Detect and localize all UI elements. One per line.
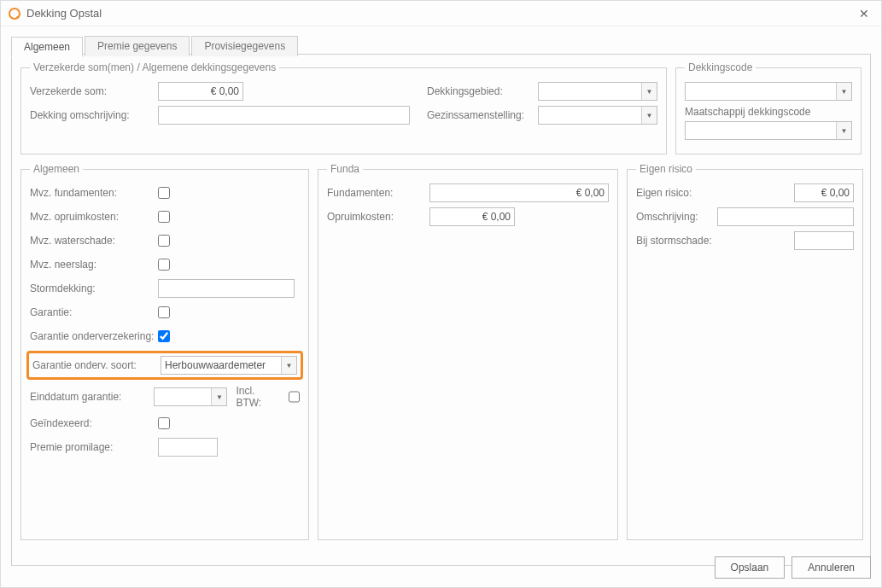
label-incl-btw: Incl. BTW: bbox=[236, 385, 281, 409]
dialog-dekking-opstal: Dekking Opstal ✕ Algemeen Premie gegeven… bbox=[0, 0, 882, 588]
input-premie-promilage[interactable] bbox=[158, 438, 218, 457]
chevron-down-icon[interactable]: ▼ bbox=[641, 107, 657, 124]
label-stormdekking: Stormdekking: bbox=[30, 282, 158, 294]
label-garantie-onderv-soort: Garantie onderv. soort: bbox=[32, 359, 161, 371]
label-garantie-onderverzekering: Garantie onderverzekering: bbox=[30, 330, 158, 342]
tab-strip: Algemeen Premie gegevens Provisiegegeven… bbox=[11, 36, 300, 56]
label-opruimkosten: Opruimkosten: bbox=[327, 211, 429, 223]
label-dekkingsgebied: Dekkingsgebied: bbox=[427, 85, 538, 97]
legend-dekkingscode: Dekkingscode bbox=[685, 61, 756, 73]
checkbox-mvz-neerslag[interactable] bbox=[158, 259, 170, 271]
label-er-omschrijving: Omschrijving: bbox=[636, 211, 717, 223]
chevron-down-icon[interactable]: ▼ bbox=[641, 83, 657, 100]
titlebar: Dekking Opstal ✕ bbox=[1, 1, 881, 26]
content-area: Algemeen Premie gegevens Provisiegegeven… bbox=[1, 26, 881, 574]
label-eigen-risico: Eigen risico: bbox=[636, 187, 717, 199]
label-einddatum-garantie: Einddatum garantie: bbox=[30, 391, 154, 403]
input-bij-stormschade[interactable] bbox=[794, 231, 854, 250]
svg-point-1 bbox=[17, 15, 20, 18]
input-dekking-omschrijving[interactable] bbox=[158, 106, 410, 125]
group-eigen-risico: Eigen risico Eigen risico: Omschrijving:… bbox=[627, 163, 863, 540]
app-icon bbox=[8, 7, 21, 20]
group-dekkingscode: Dekkingscode ▼ Maatschappij dekkingscode… bbox=[675, 61, 862, 154]
select-gezinssamenstelling[interactable] bbox=[538, 106, 657, 125]
legend-funda: Funda bbox=[327, 163, 363, 175]
close-icon[interactable]: ✕ bbox=[854, 3, 874, 24]
checkbox-garantie-onderverzekering[interactable] bbox=[158, 330, 170, 342]
highlight-garantie-soort: Garantie onderv. soort: ▼ bbox=[26, 351, 303, 380]
chevron-down-icon[interactable]: ▼ bbox=[281, 357, 296, 374]
checkbox-geindexeerd[interactable] bbox=[158, 417, 170, 429]
label-mvz-fundamenten: Mvz. fundamenten: bbox=[30, 187, 158, 199]
group-funda: Funda Fundamenten: Opruimkosten: bbox=[318, 163, 618, 540]
checkbox-incl-btw[interactable] bbox=[289, 391, 301, 403]
window-title: Dekking Opstal bbox=[26, 7, 102, 20]
tab-premie-gegevens[interactable]: Premie gegevens bbox=[85, 36, 190, 56]
tab-panel: Algemeen Premie gegevens Provisiegegeven… bbox=[11, 54, 871, 566]
tab-algemeen[interactable]: Algemeen bbox=[11, 37, 83, 57]
select-dekkingscode[interactable] bbox=[685, 82, 852, 101]
group-algemeen: Algemeen Mvz. fundamenten: Mvz. opruimko… bbox=[20, 163, 309, 540]
label-maatschappij-dekkingscode: Maatschappij dekkingscode bbox=[685, 106, 852, 118]
checkbox-garantie[interactable] bbox=[158, 306, 170, 318]
checkbox-mvz-waterschade[interactable] bbox=[158, 235, 170, 247]
cancel-button[interactable]: Annuleren bbox=[791, 556, 871, 579]
label-fundamenten: Fundamenten: bbox=[327, 187, 429, 199]
input-eigen-risico[interactable] bbox=[794, 183, 854, 202]
label-mvz-waterschade: Mvz. waterschade: bbox=[30, 235, 158, 247]
dialog-footer: Opslaan Annuleren bbox=[715, 556, 871, 579]
chevron-down-icon[interactable]: ▼ bbox=[211, 388, 226, 405]
input-verzekerde-som[interactable] bbox=[158, 82, 243, 101]
input-opruimkosten[interactable] bbox=[429, 207, 515, 226]
legend-algemeen: Algemeen bbox=[30, 163, 83, 175]
select-dekkingsgebied[interactable] bbox=[538, 82, 657, 101]
checkbox-mvz-opruimkosten[interactable] bbox=[158, 211, 170, 223]
label-bij-stormschade: Bij stormschade: bbox=[636, 235, 717, 247]
chevron-down-icon[interactable]: ▼ bbox=[836, 83, 851, 100]
input-stormdekking[interactable] bbox=[158, 279, 295, 298]
label-gezinssamenstelling: Gezinssamenstelling: bbox=[427, 109, 538, 121]
input-er-omschrijving[interactable] bbox=[717, 207, 854, 226]
group-verzekerde: Verzekerde som(men) / Algemene dekkingsg… bbox=[20, 61, 667, 154]
checkbox-mvz-fundamenten[interactable] bbox=[158, 187, 170, 199]
legend-verzekerde: Verzekerde som(men) / Algemene dekkingsg… bbox=[30, 61, 279, 73]
label-premie-promilage: Premie promilage: bbox=[30, 441, 158, 453]
label-mvz-opruimkosten: Mvz. opruimkosten: bbox=[30, 211, 158, 223]
label-mvz-neerslag: Mvz. neerslag: bbox=[30, 259, 158, 271]
label-garantie: Garantie: bbox=[30, 306, 158, 318]
save-button[interactable]: Opslaan bbox=[715, 556, 786, 579]
chevron-down-icon[interactable]: ▼ bbox=[836, 122, 851, 139]
select-maatschappij-dekkingscode[interactable] bbox=[685, 121, 852, 140]
tab-provisiegegevens[interactable]: Provisiegegevens bbox=[191, 36, 298, 56]
select-garantie-onderv-soort[interactable] bbox=[161, 356, 297, 375]
legend-eigen-risico: Eigen risico bbox=[636, 163, 696, 175]
label-verzekerde-som: Verzekerde som: bbox=[30, 85, 158, 97]
input-fundamenten[interactable] bbox=[429, 183, 609, 202]
label-geindexeerd: Geïndexeerd: bbox=[30, 417, 158, 429]
label-dekking-omschrijving: Dekking omschrijving: bbox=[30, 109, 158, 121]
